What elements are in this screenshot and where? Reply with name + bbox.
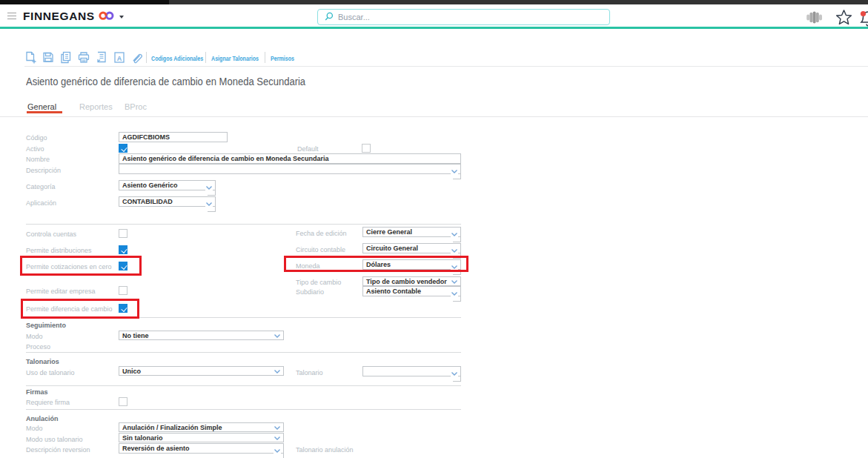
section-anulacion: Anulación xyxy=(26,415,59,422)
codigo-label: Código xyxy=(26,134,47,142)
talonario-label: Talonario xyxy=(296,369,323,376)
fecha-edicion-label: Fecha de edición xyxy=(296,230,347,237)
seguimiento-modo-select[interactable]: No tiene xyxy=(119,331,284,340)
chevron-down-icon xyxy=(274,425,281,431)
page-title: Asiento genérico de diferencia de cambio… xyxy=(26,76,305,87)
tab-general[interactable]: General xyxy=(27,102,56,111)
modo-uso-talonario-label: Modo uso talonario xyxy=(26,436,83,443)
default-checkbox[interactable] xyxy=(362,144,371,153)
chevron-down-icon xyxy=(274,369,281,375)
chevron-down-icon xyxy=(274,333,281,339)
chevron-down-icon xyxy=(451,371,458,377)
tipo-cambio-label: Tipo de cambio xyxy=(296,279,341,286)
star-icon[interactable] xyxy=(835,9,852,28)
default-label: Default xyxy=(297,145,319,153)
active-tab-underline xyxy=(27,111,62,113)
anulacion-modo-select[interactable]: Anulación / Finalización Simple xyxy=(119,422,284,432)
section-firmas: Firmas xyxy=(26,388,48,396)
chevron-down-icon xyxy=(205,185,213,191)
activo-checkbox[interactable] xyxy=(119,144,127,153)
talonario-combobox[interactable] xyxy=(362,366,461,376)
seguimiento-modo-label: Modo xyxy=(26,333,43,340)
search-input[interactable]: Buscar... xyxy=(317,9,610,25)
permite-editar-empresa-label: Permite editar empresa xyxy=(26,288,96,295)
permisos-link[interactable]: Permisos xyxy=(271,54,294,62)
uso-talonario-select[interactable]: Unico xyxy=(119,366,284,376)
teal-divider xyxy=(0,27,868,29)
finnegans-logo-icon xyxy=(99,10,115,24)
toolbar-separator xyxy=(146,52,147,63)
toolbar-separator xyxy=(265,52,265,63)
controla-cuentas-label: Controla cuentas xyxy=(26,230,76,238)
highlight-permite-cotizaciones xyxy=(20,256,142,276)
toolbar-divider xyxy=(24,66,868,67)
circuito-contable-label: Circuito contable xyxy=(296,246,345,253)
chevron-down-icon xyxy=(451,248,458,254)
text-a-icon[interactable]: A xyxy=(113,51,125,64)
requiere-firma-label: Requiere firma xyxy=(26,399,70,406)
fecha-edicion-combobox[interactable]: Cierre General xyxy=(362,227,461,237)
brand-name: FINNEGANS xyxy=(23,10,95,23)
search-placeholder: Buscar... xyxy=(338,13,370,21)
section-talonarios: Talonarios xyxy=(26,358,59,365)
asignar-talonarios-link[interactable]: Asignar Talonarios xyxy=(211,54,259,62)
copy-icon[interactable] xyxy=(60,51,72,64)
permite-distribuciones-checkbox[interactable] xyxy=(119,245,127,254)
anulacion-modo-label: Modo xyxy=(26,425,43,432)
categoria-label: Categoría xyxy=(26,183,56,190)
section-divider xyxy=(26,224,461,225)
permite-editar-empresa-checkbox[interactable] xyxy=(119,286,127,295)
descripcion-reversion-label: Descripción reversion xyxy=(26,446,90,454)
highlight-permite-diferencia xyxy=(21,299,139,319)
tab-reportes[interactable]: Reportes xyxy=(79,102,113,111)
subdiario-label: Subdiario xyxy=(296,288,324,296)
descripcion-label: Descripción xyxy=(26,167,61,174)
tabs-divider xyxy=(0,116,868,117)
highlight-moneda xyxy=(284,256,468,272)
subdiario-combobox[interactable]: Asiento Contable xyxy=(362,286,461,296)
chevron-down-icon xyxy=(451,279,458,285)
codigo-input[interactable]: AGDIFCBIOMS xyxy=(119,132,228,142)
menu-icon[interactable] xyxy=(7,13,16,19)
controla-cuentas-checkbox[interactable] xyxy=(119,229,127,238)
toolbar-separator xyxy=(205,52,206,63)
circuito-contable-combobox[interactable]: Circuito General xyxy=(362,243,461,253)
tipo-cambio-select[interactable]: Tipo de cambio vendedor xyxy=(362,276,461,286)
descripcion-combobox[interactable] xyxy=(119,164,461,174)
codigos-adicionales-link[interactable]: Codigos Adicionales xyxy=(151,54,203,62)
talonario-anulacion-label: Talonario anulación xyxy=(296,446,354,454)
voice-sphere-icon[interactable] xyxy=(806,9,823,29)
list-icon[interactable] xyxy=(96,51,107,64)
section-seguimiento: Seguimiento xyxy=(26,322,66,329)
requiere-firma-checkbox[interactable] xyxy=(119,397,127,406)
chevron-down-icon xyxy=(451,291,458,297)
app-header: FINNEGANS Buscar... xyxy=(0,4,868,27)
modo-uso-talonario-select[interactable]: Sin talonario xyxy=(119,433,284,442)
descripcion-reversion-combobox[interactable]: Reversión de asiento xyxy=(119,443,284,454)
svg-text:A: A xyxy=(117,55,122,62)
section-divider xyxy=(26,409,461,410)
search-icon xyxy=(325,10,334,24)
nombre-input[interactable]: Asiento genérico de diferencia de cambio… xyxy=(119,153,461,164)
uso-talonario-label: Uso de talonario xyxy=(26,369,75,376)
activo-label: Activo xyxy=(26,145,44,153)
categoria-combobox[interactable]: Asiento Genérico xyxy=(119,180,216,190)
chevron-down-icon xyxy=(274,448,281,454)
save-icon[interactable] xyxy=(42,51,54,64)
brand-dropdown-caret[interactable] xyxy=(119,16,124,19)
section-divider xyxy=(26,385,461,386)
tab-bproc[interactable]: BProc xyxy=(125,102,147,111)
chevron-down-icon xyxy=(205,202,213,208)
nombre-label: Nombre xyxy=(26,156,50,163)
print-icon[interactable] xyxy=(78,51,90,64)
aplicacion-combobox[interactable]: CONTABILIDAD xyxy=(119,196,216,207)
paperclip-icon[interactable] xyxy=(130,51,142,64)
chevron-down-icon xyxy=(274,436,281,442)
chevron-down-icon xyxy=(451,169,458,175)
chevron-down-icon xyxy=(451,232,458,238)
proceso-label: Proceso xyxy=(26,343,50,351)
aplicacion-label: Aplicación xyxy=(26,199,56,207)
permite-distribuciones-label: Permite distribuciones xyxy=(26,247,92,254)
new-document-icon[interactable] xyxy=(24,51,36,64)
brand[interactable]: FINNEGANS xyxy=(23,8,124,24)
